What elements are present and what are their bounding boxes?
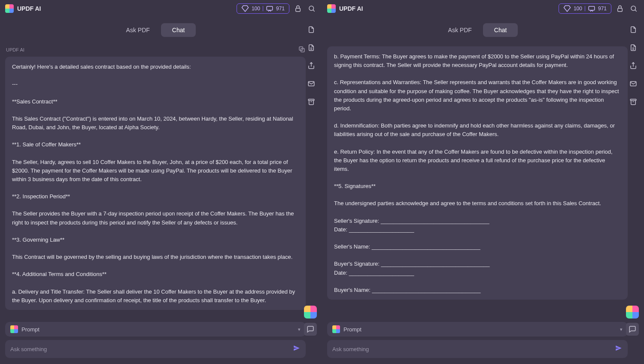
chevron-down-icon: ▾ xyxy=(620,327,623,332)
diamond-icon xyxy=(563,5,571,12)
diamond-icon xyxy=(241,5,249,12)
tab-ask-pdf[interactable]: Ask PDF xyxy=(437,23,483,37)
assistant-message: Certainly! Here's a detailed sales contr… xyxy=(5,57,306,310)
archive-icon[interactable] xyxy=(307,98,318,108)
credits-count-2: 971 xyxy=(276,6,285,12)
svg-rect-7 xyxy=(589,6,595,10)
lock-icon[interactable] xyxy=(293,3,303,14)
credits-count-2: 971 xyxy=(598,6,607,12)
file-icon[interactable] xyxy=(307,26,318,36)
share-icon[interactable] xyxy=(629,62,640,72)
prompt-label: Prompt xyxy=(343,326,617,333)
brand-title: UPDF AI xyxy=(339,5,363,12)
svg-point-2 xyxy=(309,6,314,11)
right-rail xyxy=(625,19,644,108)
file-icon[interactable] xyxy=(629,26,640,36)
tabbar: Ask PDF Chat xyxy=(327,17,628,42)
message-sender: UPDF AI xyxy=(6,47,24,52)
floating-ai-icon[interactable] xyxy=(304,306,317,318)
right-rail xyxy=(303,19,322,108)
credits-count-1: 100 xyxy=(574,6,582,12)
tab-chat[interactable]: Chat xyxy=(483,23,518,37)
file-copy-icon[interactable] xyxy=(629,44,640,54)
chat-input-row xyxy=(327,340,628,358)
credits-pill[interactable]: 100 971 xyxy=(559,3,611,14)
assistant-message: b. Payment Terms: The Buyer agrees to ma… xyxy=(327,46,628,300)
prompt-selector[interactable]: Prompt ▾ xyxy=(327,322,628,337)
chat-input[interactable] xyxy=(332,346,611,352)
app-logo-icon xyxy=(327,4,336,13)
archive-icon[interactable] xyxy=(629,98,640,108)
share-icon[interactable] xyxy=(307,62,318,72)
mail-icon[interactable] xyxy=(307,80,318,90)
svg-rect-0 xyxy=(267,6,273,10)
svg-point-9 xyxy=(631,6,636,11)
file-copy-icon[interactable] xyxy=(307,44,318,54)
chevron-down-icon: ▾ xyxy=(298,327,301,332)
floating-comment-icon[interactable] xyxy=(304,323,317,336)
topbar: UPDF AI 100 971 xyxy=(0,0,322,17)
svg-rect-1 xyxy=(296,8,301,12)
credits-pill[interactable]: 100 971 xyxy=(237,3,289,14)
floating-comment-icon[interactable] xyxy=(626,323,639,336)
mail-icon[interactable] xyxy=(629,80,640,90)
search-icon[interactable] xyxy=(307,3,317,14)
tab-ask-pdf[interactable]: Ask PDF xyxy=(115,23,161,37)
svg-rect-8 xyxy=(618,8,623,12)
topbar: UPDF AI 100 971 xyxy=(322,0,644,17)
chat-count-icon xyxy=(266,5,273,12)
floating-ai-icon[interactable] xyxy=(626,306,639,318)
chat-count-icon xyxy=(588,5,595,12)
credits-count-1: 100 xyxy=(252,6,260,12)
tabbar: Ask PDF Chat xyxy=(5,17,306,42)
prompt-label: Prompt xyxy=(21,326,295,333)
prompt-icon xyxy=(332,325,340,333)
svg-rect-11 xyxy=(630,99,636,100)
svg-rect-6 xyxy=(308,99,314,100)
search-icon[interactable] xyxy=(629,3,639,14)
lock-icon[interactable] xyxy=(615,3,625,14)
send-button[interactable] xyxy=(615,344,623,354)
app-logo-icon xyxy=(5,4,14,13)
chat-input[interactable] xyxy=(10,346,289,352)
tab-chat[interactable]: Chat xyxy=(161,23,196,37)
prompt-selector[interactable]: Prompt ▾ xyxy=(5,322,306,337)
send-button[interactable] xyxy=(293,344,301,354)
chat-input-row xyxy=(5,340,306,358)
prompt-icon xyxy=(10,325,18,333)
brand-title: UPDF AI xyxy=(17,5,41,12)
